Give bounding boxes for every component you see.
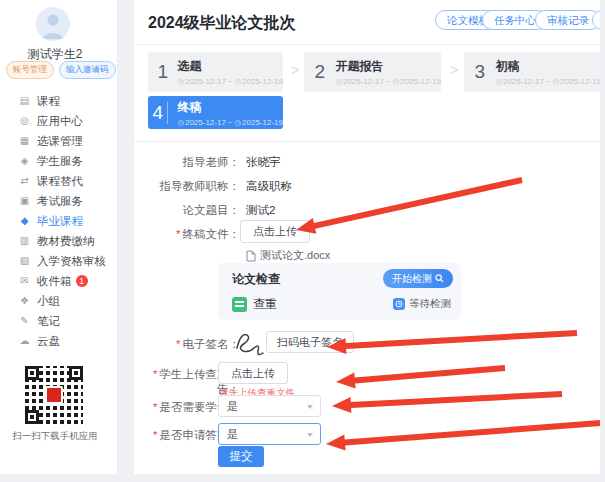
admission-review-icon: ▧	[17, 251, 32, 271]
sidebar-item-notes[interactable]: ✎笔记	[0, 311, 118, 331]
invite-code-button[interactable]: 输入邀请码	[59, 61, 116, 79]
final-file-upload-button[interactable]: 点击上传	[240, 220, 310, 243]
required-asterisk: *	[153, 401, 157, 413]
page-title: 2024级毕业论文批次	[148, 13, 296, 34]
main-content: 2024级毕业论文批次 论文模板 任务中心 审核记录 留言 1 选题 ◷2025…	[134, 0, 600, 474]
submit-button[interactable]: 提交	[218, 446, 264, 467]
sidebar-item-course-substitute[interactable]: ⇄课程替代	[0, 171, 118, 191]
clock-icon: ◷	[335, 77, 342, 86]
uploaded-file-link[interactable]: 测试论文.docx	[246, 248, 330, 263]
final-file-label: *终稿文件：	[134, 227, 240, 242]
qr-caption: 扫一扫下载手机应用	[0, 430, 110, 443]
clock-icon: ◷	[235, 118, 242, 127]
chevron-right-icon: >	[450, 62, 458, 78]
sidebar-item-groups[interactable]: ❖小组	[0, 291, 118, 311]
sidebar-menu: ▤课程 ◎应用中心 ▦选课管理 ◈学生服务 ⇄课程替代 ▣考试服务 ◆毕业课程 …	[0, 91, 118, 351]
scan-signature-button[interactable]: 扫码电子签名	[266, 331, 354, 353]
plagiarism-check-item: 查重	[232, 296, 277, 313]
step-dates: ◷2025-12-17~◷2025-12-19	[335, 77, 441, 86]
step-topic-selection[interactable]: 1 选题 ◷2025-12-17~◷2025-12-19	[148, 52, 283, 92]
inbox-unread-badge: 1	[76, 275, 88, 287]
groups-icon: ❖	[17, 291, 32, 311]
pencil-icon: ✎	[17, 311, 32, 331]
sidebar-item-textbook-fee[interactable]: ▥教材费缴纳	[0, 231, 118, 251]
sidebar-item-courses[interactable]: ▤课程	[0, 91, 118, 111]
course-substitute-icon: ⇄	[17, 171, 32, 191]
sidebar-item-exam-services[interactable]: ▣考试服务	[0, 191, 118, 211]
advisor-value: 张晓宇	[246, 155, 281, 170]
clock-icon: ◷	[495, 77, 502, 86]
check-status[interactable]: 等待检测	[393, 297, 451, 311]
step-final-draft[interactable]: 4 终稿 ◷2025-12-17~◷2025-12-19	[148, 96, 283, 129]
account-manage-button[interactable]: 账号管理	[6, 61, 54, 79]
clock-icon: ◷	[177, 77, 184, 86]
signature-label: *电子签名：	[134, 337, 240, 352]
sidebar-item-graduation-course[interactable]: ◆毕业课程	[0, 211, 118, 231]
person-icon	[36, 7, 70, 41]
step-dates: ◷2025-12-17~◷2025-12-19	[495, 77, 600, 86]
avatar[interactable]	[36, 7, 70, 41]
start-check-button[interactable]: 开始检测	[383, 269, 453, 288]
sidebar-item-course-selection[interactable]: ▦选课管理	[0, 131, 118, 151]
step-dates: ◷2025-12-17~◷2025-12-19	[177, 118, 283, 127]
sidebar-item-admission-review[interactable]: ▧入学资格审核	[0, 251, 118, 271]
advisor-title-value: 高级职称	[246, 179, 292, 194]
divider	[134, 141, 600, 142]
graduation-course-icon: ◆	[17, 211, 32, 231]
course-selection-icon: ▦	[17, 131, 32, 151]
page-header: 2024级毕业论文批次 论文模板 任务中心 审核记录 留言	[134, 0, 600, 45]
topic-label: 论文题目：	[134, 203, 240, 218]
sidebar-item-cloud-drive[interactable]: ☁云盘	[0, 331, 118, 351]
app-window: 测试学生2 账号管理 输入邀请码 ▤课程 ◎应用中心 ▦选课管理 ◈学生服务 ⇄…	[0, 0, 605, 482]
clock-icon: ◷	[553, 77, 560, 86]
document-icon	[246, 250, 256, 262]
textbook-fee-icon: ▥	[17, 231, 32, 251]
mail-icon: ✉	[17, 271, 32, 291]
report-upload-button[interactable]: 点击上传	[218, 362, 288, 384]
clock-icon: ◷	[235, 77, 242, 86]
review-record-button[interactable]: 审核记录	[535, 10, 600, 30]
student-services-icon: ◈	[17, 151, 32, 171]
pending-clock-icon	[393, 298, 405, 310]
plagiarism-doc-icon	[232, 297, 247, 312]
app-logo	[45, 386, 63, 404]
chevron-right-icon: >	[291, 62, 299, 78]
signature-image	[234, 328, 264, 360]
exam-services-icon: ▣	[17, 191, 32, 211]
search-icon	[435, 274, 444, 283]
chevron-down-icon	[307, 433, 313, 437]
required-asterisk: *	[176, 228, 180, 240]
sidebar: 测试学生2 账号管理 输入邀请码 ▤课程 ◎应用中心 ▦选课管理 ◈学生服务 ⇄…	[0, 0, 118, 474]
sidebar-quick-buttons: 账号管理 输入邀请码	[6, 61, 114, 79]
topic-value: 测试2	[246, 203, 275, 218]
clock-icon: ◷	[177, 118, 184, 127]
check-panel-title: 论文检查	[232, 271, 280, 288]
step-dates: ◷2025-12-17~◷2025-12-19	[177, 77, 283, 86]
thesis-check-panel: 论文检查 开始检测 查重 等待检测	[218, 263, 461, 320]
chevron-down-icon	[307, 405, 313, 409]
advisor-title-label: 指导教师职称：	[134, 179, 240, 194]
courses-icon: ▤	[17, 91, 32, 111]
required-asterisk: *	[153, 368, 157, 380]
defense-select[interactable]: 是	[218, 423, 321, 445]
sidebar-item-app-center[interactable]: ◎应用中心	[0, 111, 118, 131]
required-asterisk: *	[176, 338, 180, 350]
app-center-icon: ◎	[17, 111, 32, 131]
step-proposal-report[interactable]: 2 开题报告 ◷2025-12-17~◷2025-12-19	[304, 52, 441, 92]
advisor-label: 指导老师：	[134, 155, 240, 170]
cloud-icon: ☁	[17, 331, 32, 351]
clock-icon: ◷	[393, 77, 400, 86]
sidebar-item-inbox[interactable]: ✉收件箱1	[0, 271, 118, 291]
step-first-draft[interactable]: 3 初稿 ◷2025-12-17~◷2025-12-19	[464, 52, 600, 92]
sidebar-item-student-services[interactable]: ◈学生服务	[0, 151, 118, 171]
required-asterisk: *	[153, 429, 157, 441]
degree-select[interactable]: 是	[218, 395, 321, 417]
qr-code	[25, 366, 83, 424]
